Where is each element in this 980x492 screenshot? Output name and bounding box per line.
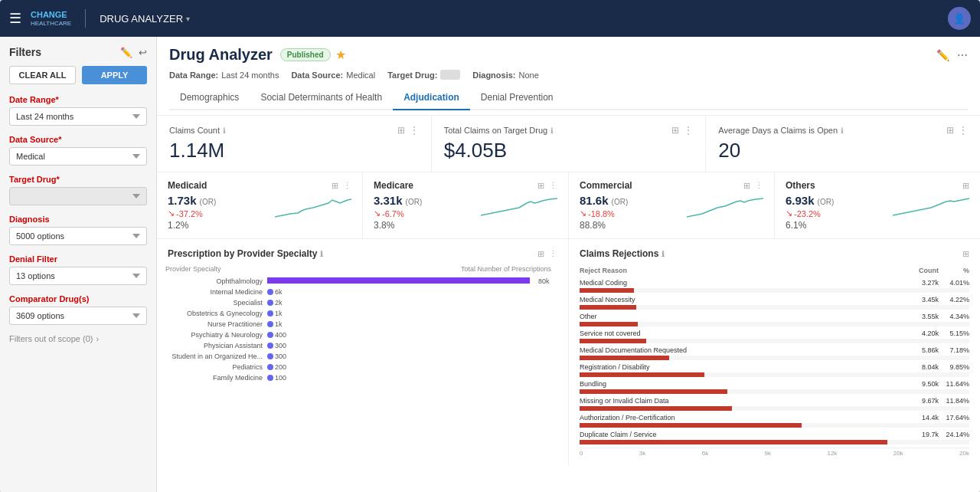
rejection-row-1: Medical Necessity 3.45k 4.22% <box>580 296 969 310</box>
data-source-meta-value: Medical <box>346 71 375 80</box>
tab-demographics[interactable]: Demographics <box>169 86 250 110</box>
edit-icon[interactable]: ✏️ <box>120 47 132 58</box>
diagnosis-meta-value: None <box>519 71 539 80</box>
avg-days-more-icon[interactable]: ⋮ <box>959 125 968 136</box>
denial-label: Denial Filter <box>9 254 147 264</box>
bar-chart: Ophthalmology 80k Internal Medicine 6k <box>168 276 557 386</box>
prescription-more-icon[interactable]: ⋮ <box>549 249 557 259</box>
medicare-more-icon[interactable]: ⋮ <box>549 181 557 191</box>
dashboard-title: Drug Analyzer <box>169 46 273 64</box>
rejection-row-3: Service not covered 4.20k 5.15% <box>580 330 969 343</box>
comparator-select[interactable]: 3609 options <box>9 307 147 325</box>
tab-denial[interactable]: Denial Prevention <box>470 86 564 110</box>
clear-all-button[interactable]: CLEAR ALL <box>9 66 76 84</box>
prescription-chart-title: Prescription by Provider Specialty <box>168 248 317 259</box>
segment-medicaid-title: Medicaid <box>168 180 207 191</box>
claims-count-info-icon[interactable]: ℹ <box>223 126 226 135</box>
medicare-filter-icon[interactable]: ⊞ <box>537 181 544 191</box>
logo-change: CHANGE <box>31 10 71 20</box>
col-pct-header: % <box>939 267 969 274</box>
medicaid-filter-icon[interactable]: ⊞ <box>332 181 338 191</box>
commercial-more-icon[interactable]: ⋮ <box>755 181 763 191</box>
user-avatar[interactable]: 👤 <box>948 7 971 30</box>
bar-row-pediatrics: Pediatrics 200 <box>168 363 557 371</box>
kpi-avg-days-title: Average Days a Claims is Open <box>718 126 838 135</box>
dashboard-title-left: Drug Analyzer Published ★ <box>169 46 346 64</box>
main-layout: Filters ✏️ ↩ CLEAR ALL APPLY Date Range*… <box>0 37 980 492</box>
filter-group-data-source: Data Source* Medical <box>9 135 147 166</box>
target-drug-select[interactable] <box>9 187 147 205</box>
medicaid-value: 1.73k <box>168 194 197 207</box>
commercial-sparkline <box>687 194 763 221</box>
kpi-total-claims-title: Total Claims on Target Drug <box>444 126 548 135</box>
kpi-claims-count-value: 1.14M <box>169 139 419 162</box>
filter-group-denial: Denial Filter 13 options <box>9 254 147 285</box>
rejection-row-6: Bundling 9.50k 11.64% <box>580 380 969 394</box>
filters-icons: ✏️ ↩ <box>120 47 147 58</box>
rejection-row-7: Missing or Invalid Claim Data 9.67k 11.8… <box>580 397 969 411</box>
others-value: 6.93k <box>786 194 815 207</box>
others-sub: (OR) <box>818 198 835 206</box>
others-filter-icon[interactable]: ⊞ <box>962 181 969 191</box>
medicare-sub: (OR) <box>406 198 423 206</box>
tab-adjudication[interactable]: Adjudication <box>393 86 470 110</box>
pencil-icon[interactable]: ✏️ <box>936 49 949 61</box>
sidebar: Filters ✏️ ↩ CLEAR ALL APPLY Date Range*… <box>0 37 157 492</box>
others-sparkline <box>893 194 969 221</box>
bar-row-student: Student in an Organized He... 300 <box>168 353 557 360</box>
diagnosis-select[interactable]: 5000 options <box>9 227 147 245</box>
total-claims-info-icon[interactable]: ℹ <box>550 126 554 135</box>
more-options-icon[interactable]: ⋯ <box>957 49 968 61</box>
rejection-row-5: Registration / Disability 8.04k 9.85% <box>580 363 969 377</box>
tab-social[interactable]: Social Determinants of Health <box>250 86 393 110</box>
diagnosis-meta-label: Diagnosis: <box>472 71 515 80</box>
bar-row-psych: Psychiatry & Neurology 400 <box>168 331 557 339</box>
nav-divider <box>85 9 86 28</box>
others-pct: 6.1% <box>786 220 969 231</box>
target-drug-pill <box>440 70 460 80</box>
medicaid-change: ↘-37.2% <box>168 208 203 218</box>
rejections-filter-icon[interactable]: ⊞ <box>962 249 969 259</box>
apply-button[interactable]: APPLY <box>82 66 147 84</box>
app-label-chevron[interactable]: ▾ <box>186 15 190 23</box>
rejection-table-header: Reject Reason Count % <box>580 265 969 276</box>
rejection-row-8: Authorization / Pre-Certification 14.4k … <box>580 414 969 428</box>
rejections-chart-title: Claims Rejections <box>580 248 658 259</box>
data-source-select[interactable]: Medical <box>9 147 147 166</box>
medicaid-pct: 1.2% <box>168 220 351 231</box>
prescription-info-icon[interactable]: ℹ <box>320 250 323 258</box>
claims-filter-icon[interactable]: ⊞ <box>397 125 405 136</box>
filter-group-target-drug: Target Drug* <box>9 175 147 205</box>
claims-more-icon[interactable]: ⋮ <box>410 125 419 136</box>
hamburger-icon[interactable]: ☰ <box>9 10 21 27</box>
commercial-pct: 88.8% <box>580 220 763 231</box>
total-claims-filter-icon[interactable]: ⊞ <box>671 125 679 136</box>
medicaid-sparkline <box>275 194 351 221</box>
filter-group-diagnosis: Diagnosis 5000 options <box>9 215 147 245</box>
col-count-header: Count <box>900 267 939 274</box>
import-icon[interactable]: ↩ <box>139 47 147 58</box>
kpi-claims-count: Claims Count ℹ ⊞ ⋮ 1.14M <box>157 116 432 172</box>
segment-medicare-title: Medicare <box>374 180 413 191</box>
logo-healthcare: HEALTHCARE <box>31 20 71 27</box>
avg-days-info-icon[interactable]: ℹ <box>841 126 844 135</box>
medicaid-more-icon[interactable]: ⋮ <box>343 181 351 191</box>
denial-select[interactable]: 13 options <box>9 267 147 285</box>
filter-group-date-range: Date Range* Last 24 months <box>9 95 147 126</box>
data-meta: Data Range: Last 24 months Data Source: … <box>169 70 968 80</box>
data-source-meta-label: Data Source: <box>291 71 343 80</box>
chevron-right-icon: › <box>96 334 99 343</box>
star-icon[interactable]: ★ <box>335 48 346 62</box>
avg-days-filter-icon[interactable]: ⊞ <box>946 125 954 136</box>
date-range-select[interactable]: Last 24 months <box>9 107 147 126</box>
bar-row-specialist: Specialist 2k <box>168 299 557 307</box>
bar-row-nurse-pract: Nurse Practitioner 1k <box>168 320 557 328</box>
filters-out: Filters out of scope (0) › <box>9 334 147 343</box>
rejections-info-icon[interactable]: ℹ <box>662 250 665 258</box>
bar-row-internal-med: Internal Medicine 6k <box>168 288 557 296</box>
total-claims-more-icon[interactable]: ⋮ <box>684 125 693 136</box>
medicare-change: ↘-6.7% <box>374 208 404 218</box>
commercial-filter-icon[interactable]: ⊞ <box>743 181 750 191</box>
prescription-filter-icon[interactable]: ⊞ <box>537 249 544 259</box>
bar-row-ob-gyn: Obstetrics & Gynecology 1k <box>168 310 557 317</box>
